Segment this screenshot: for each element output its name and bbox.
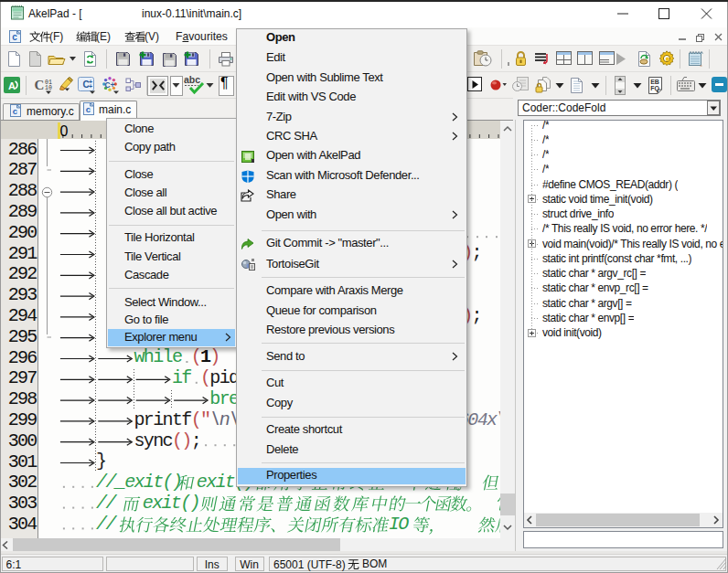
svg-text:EB: EB	[650, 79, 659, 85]
svg-text:c: c	[86, 103, 91, 113]
svg-text:FQ: FQ	[650, 85, 659, 92]
